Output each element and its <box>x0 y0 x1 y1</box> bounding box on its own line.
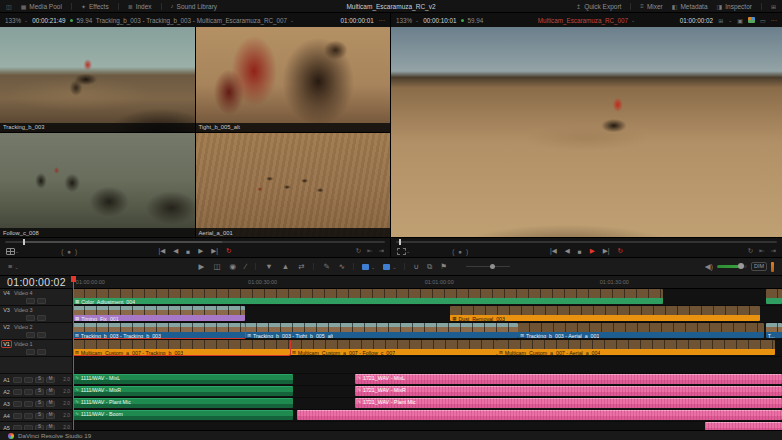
audio-clip[interactable] <box>705 422 782 430</box>
track-lock-button[interactable] <box>13 401 22 407</box>
camera-cell-follow[interactable]: Follow_c_008 <box>0 133 195 238</box>
multicam-view-mode-icon[interactable] <box>6 248 15 255</box>
scrub-track[interactable] <box>396 241 777 243</box>
timeline-playhead[interactable] <box>73 276 74 430</box>
audio-clip[interactable]: ∿1721_WAV - MixR <box>355 386 782 396</box>
layout-grid-icon[interactable]: ⊞ <box>771 3 776 10</box>
track-solo-button[interactable]: S <box>35 377 44 383</box>
trim-edit-mode-icon[interactable]: ◫ <box>213 262 220 271</box>
loop-button[interactable]: ↻ <box>617 247 622 255</box>
timeline-title-dropdown[interactable]: Multicam_Escaramuza_RC_007 ⌄ <box>538 17 636 24</box>
timeline-clip[interactable]: ⊞Multicam_Custom_a_007 - Tracking_b_003 <box>73 340 290 355</box>
snapping-magnet-icon[interactable]: ∪ <box>413 262 419 271</box>
track-enable-button[interactable] <box>24 389 33 395</box>
track-lock-button[interactable] <box>13 389 22 395</box>
track-enable-button[interactable] <box>24 413 33 419</box>
track-enable-button[interactable] <box>24 377 33 383</box>
step-back-button[interactable]: ◀ <box>173 247 178 255</box>
source-clip-duration[interactable]: 00:00:21:49 <box>32 17 65 24</box>
source-zoom-dropdown[interactable]: 133% ⌄ <box>5 17 28 24</box>
track-header-V1[interactable]: V1Video 1 <box>0 340 73 356</box>
timeline-scrub-bar[interactable] <box>391 237 782 245</box>
marker-color-dropdown[interactable]: ⌄ <box>383 264 396 270</box>
track-enable-button[interactable] <box>37 315 46 321</box>
track-lock-button[interactable] <box>13 377 22 383</box>
stop-button[interactable]: ■ <box>186 248 190 255</box>
jog-control[interactable]: ( ● ) <box>61 248 78 255</box>
camera-cell-tracking[interactable]: Tracking_b_003 <box>0 27 195 132</box>
track-mute-button[interactable]: M <box>46 413 55 419</box>
in-point-icon[interactable]: ⇤ <box>759 247 764 255</box>
linked-selection-icon[interactable]: ⧉ <box>427 262 432 272</box>
speaker-icon[interactable]: ◀) <box>705 262 713 271</box>
track-header-A3[interactable]: A3SM2.0 <box>0 398 73 409</box>
track-solo-button[interactable]: S <box>35 425 44 431</box>
track-enable-button[interactable] <box>24 425 33 431</box>
timeline-clip[interactable]: ⊞Multicam_Custom_a_007 - Follow_c_007 <box>290 340 497 355</box>
step-back-button[interactable]: ◀ <box>565 247 570 255</box>
timeline-clip-duration[interactable]: 00:00:10:01 <box>423 17 456 24</box>
in-point-icon[interactable]: ⇤ <box>367 247 372 255</box>
timeline-timecode[interactable]: 01:00:00:02 <box>680 17 713 24</box>
timeline-options-ellipsis[interactable]: ··· <box>771 17 777 24</box>
scopes-icon[interactable] <box>748 17 755 23</box>
source-timecode[interactable]: 01:00:00:01 <box>340 17 373 24</box>
go-to-first-frame-button[interactable]: |◀ <box>550 247 557 255</box>
effects-button[interactable]: ✦ Effects <box>81 3 109 10</box>
media-pool-button[interactable]: ▦ Media Pool <box>21 3 62 10</box>
audio-clip[interactable] <box>297 410 782 420</box>
volume-knob[interactable] <box>738 263 744 269</box>
track-header-A1[interactable]: A1SM2.0 <box>0 374 73 385</box>
track-enable-button[interactable] <box>37 332 46 338</box>
track-mute-button[interactable]: M <box>46 401 55 407</box>
source-clip-title-dropdown[interactable]: Tracking_b_003 - Tracking_b_003 - Multic… <box>96 17 294 24</box>
out-point-icon[interactable]: ⇥ <box>771 247 776 255</box>
track-enable-button[interactable] <box>37 349 46 355</box>
quick-export-button[interactable]: ↥ Quick Export <box>576 3 621 10</box>
timeline-clip[interactable] <box>766 289 782 304</box>
track-lock-button[interactable] <box>26 298 35 304</box>
go-to-last-frame-button[interactable]: ▶| <box>211 247 218 255</box>
track-header-A4[interactable]: A4SM2.0 <box>0 410 73 421</box>
source-scrub-bar[interactable] <box>0 237 390 245</box>
replace-clip-icon[interactable]: ⇄ <box>298 262 304 271</box>
camera-cell-tight[interactable]: Tight_b_005_alt <box>196 27 391 132</box>
sound-library-button[interactable]: ♪ Sound Library <box>171 3 217 10</box>
timeline-clip[interactable]: ▦Dust_Removal_003 <box>450 306 760 321</box>
timeline-viewer-stage[interactable] <box>391 27 782 237</box>
timeline-clip[interactable]: ⊞Tracking_b_003 - Tight_b_005_alt <box>245 323 518 338</box>
audio-clip[interactable]: ∿1111/WAV - MixL <box>73 374 293 384</box>
track-header-V3[interactable]: V3Video 3 <box>0 306 73 322</box>
track-lock-button[interactable] <box>13 413 22 419</box>
track-mute-button[interactable]: M <box>46 425 55 431</box>
track-header-x[interactable] <box>0 357 73 373</box>
track-mute-button[interactable]: M <box>46 389 55 395</box>
track-header-A2[interactable]: A2SM2.0 <box>0 386 73 397</box>
audio-clip[interactable]: ∿1111/WAV - Boom <box>73 410 293 420</box>
audio-clip[interactable]: ∿1111/WAV - MixR <box>73 386 293 396</box>
timeline-ruler[interactable]: 01:00:00:02 01:00:00:0001:00:30:0001:01:… <box>0 276 782 289</box>
source-options-ellipsis[interactable]: ··· <box>379 17 385 24</box>
track-enable-button[interactable] <box>24 401 33 407</box>
retime-curve-icon[interactable]: ∿ <box>339 262 345 271</box>
play-button[interactable]: ▶ <box>198 247 203 255</box>
pen-tool-icon[interactable]: ✎ <box>323 262 329 271</box>
timeline-zoom-dropdown[interactable]: 133% ⌄ <box>396 17 419 24</box>
cinema-viewer-icon[interactable]: ▭ <box>760 17 766 24</box>
grab-still-icon[interactable]: ▣ <box>737 17 743 24</box>
loop-range-icon[interactable]: ↻ <box>748 247 753 255</box>
track-solo-button[interactable]: S <box>35 389 44 395</box>
track-solo-button[interactable]: S <box>35 401 44 407</box>
track-mute-button[interactable]: M <box>46 377 55 383</box>
timeline-clip[interactable]: ⊞Tracking_b_003 - Aerial_a_001 <box>518 323 764 338</box>
play-button[interactable]: ▶ <box>590 247 595 255</box>
timeline-clip[interactable]: ▦Timing_Fix_001 <box>73 306 245 321</box>
overwrite-clip-icon[interactable]: ▲ <box>282 262 289 271</box>
timeline-zoom-slider[interactable] <box>466 266 510 267</box>
viewer-mode-icon[interactable] <box>397 248 406 255</box>
track-lock-button[interactable] <box>26 332 35 338</box>
loop-button[interactable]: ↻ <box>226 247 231 255</box>
flag-color-dropdown[interactable]: ⌄ <box>362 264 375 270</box>
insert-clip-icon[interactable]: ▼ <box>265 262 272 271</box>
volume-slider[interactable] <box>717 265 747 268</box>
